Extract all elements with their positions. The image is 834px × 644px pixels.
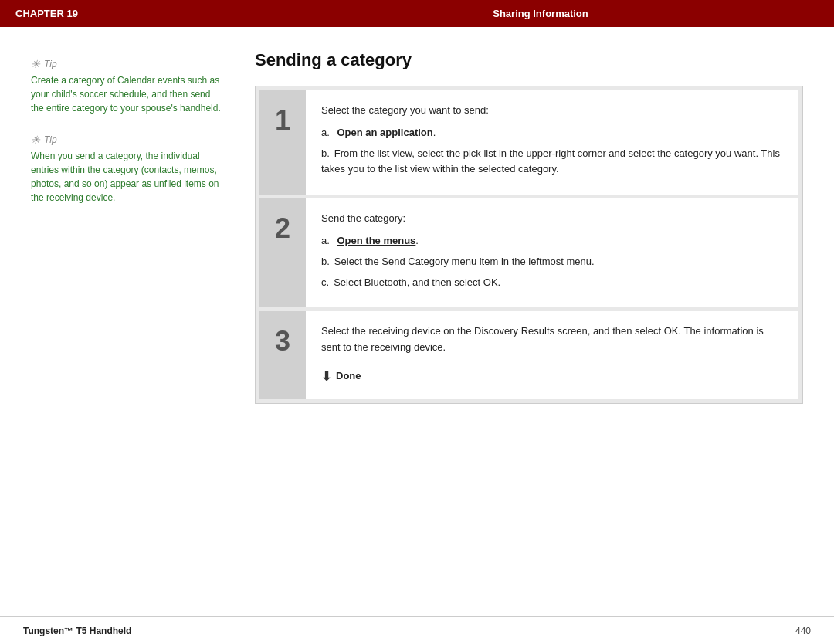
- step-2-list-a-text: Open the menus: [337, 235, 415, 246]
- tip-header-2: ✳ Tip: [31, 134, 224, 146]
- done-arrow-icon: ⬇: [321, 367, 331, 387]
- step-1-list-b: From the list view, select the pick list…: [321, 146, 783, 178]
- footer-brand: Tungsten™ T5 Handheld: [23, 625, 131, 636]
- tip-block-1: ✳ Tip Create a category of Calendar even…: [31, 58, 224, 115]
- step-1-list-a: Open an application.: [321, 125, 783, 141]
- tip-block-2: ✳ Tip When you send a category, the indi…: [31, 134, 224, 205]
- step-1-list: Open an application. From the list view,…: [321, 125, 783, 178]
- tip-text-2: When you send a category, the individual…: [31, 149, 224, 205]
- step-1: 1 Select the category you want to send: …: [259, 90, 798, 195]
- tip-header-1: ✳ Tip: [31, 58, 224, 70]
- step-3: 3 Select the receiving device on the Dis…: [259, 311, 798, 398]
- page-footer: Tungsten™ T5 Handheld 440: [0, 616, 834, 644]
- step-3-number: 3: [259, 311, 306, 398]
- step-3-body: Select the receiving device on the Disco…: [321, 324, 783, 356]
- page-title: Sending a category: [255, 50, 803, 70]
- page-header: CHAPTER 19 Sharing Information: [0, 0, 834, 27]
- tip-label-2: Tip: [44, 134, 57, 145]
- tip-label-1: Tip: [44, 59, 57, 69]
- step-2: 2 Send the category: Open the menus. Sel…: [259, 198, 798, 307]
- main-content: Sending a category 1 Select the category…: [247, 50, 834, 616]
- step-2-list-a: Open the menus.: [321, 233, 783, 249]
- footer-page-number: 440: [795, 625, 811, 636]
- step-2-content: Send the category: Open the menus. Selec…: [306, 198, 798, 307]
- tip-asterisk-icon-2: ✳: [31, 134, 40, 146]
- step-2-list: Open the menus. Select the Send Category…: [321, 233, 783, 290]
- step-1-list-a-text: Open an application: [337, 127, 432, 138]
- step-1-content: Select the category you want to send: Op…: [306, 90, 798, 195]
- steps-container: 1 Select the category you want to send: …: [255, 86, 803, 404]
- step-2-list-b: Select the Send Category menu item in th…: [321, 254, 783, 270]
- step-1-number: 1: [259, 90, 306, 195]
- step-3-content: Select the receiving device on the Disco…: [306, 311, 798, 398]
- tip-asterisk-icon-1: ✳: [31, 58, 40, 70]
- done-label: Done: [336, 368, 361, 385]
- tip-text-1: Create a category of Calendar events suc…: [31, 73, 224, 115]
- done-section: ⬇ Done: [321, 367, 783, 387]
- sidebar: ✳ Tip Create a category of Calendar even…: [0, 50, 247, 616]
- step-1-intro: Select the category you want to send:: [321, 103, 783, 119]
- chapter-label: CHAPTER 19: [15, 8, 263, 19]
- step-2-list-c: Select Bluetooth, and then select OK.: [321, 275, 783, 291]
- step-2-number: 2: [259, 198, 306, 307]
- content-area: ✳ Tip Create a category of Calendar even…: [0, 27, 834, 616]
- step-2-intro: Send the category:: [321, 211, 783, 227]
- section-title: Sharing Information: [263, 8, 819, 19]
